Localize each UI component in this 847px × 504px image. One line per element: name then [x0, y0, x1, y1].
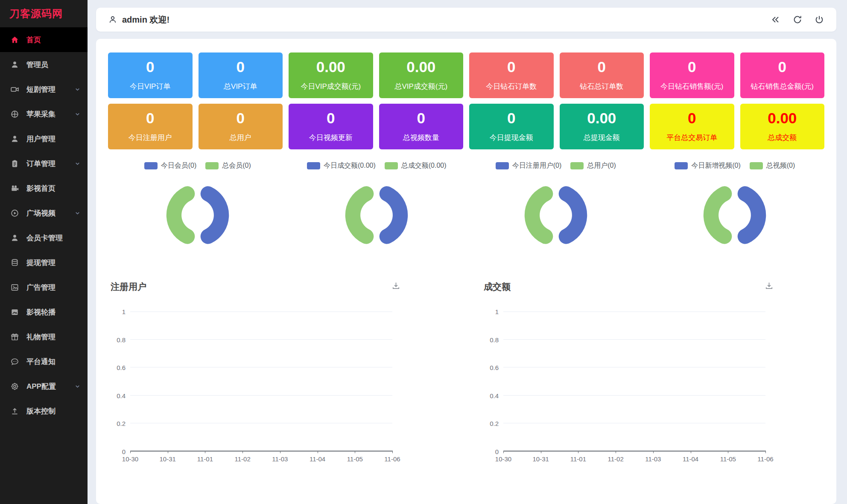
x-axis-label: 11-05 [347, 455, 363, 463]
legend-item[interactable]: 总视频(0) [750, 161, 795, 170]
chevron-down-icon [74, 86, 81, 93]
stat-value: 0 [417, 111, 425, 125]
stat-card-today-diamond-sales: 0今日钻石销售额(元) [650, 52, 734, 98]
stat-value: 0 [146, 59, 154, 74]
plot-area [130, 312, 392, 452]
legend-label: 今日会员(0) [161, 161, 197, 170]
stat-card-platform-total-orders: 0平台总交易订单 [650, 104, 734, 149]
sidebar-item-movie-carousel[interactable]: 影视轮播 [0, 300, 88, 324]
sidebar-item-label: 提现管理 [26, 258, 55, 268]
image-icon [10, 283, 19, 292]
plot-area [503, 312, 765, 452]
stat-value: 0 [688, 59, 696, 74]
sidebar-item-short-drama[interactable]: 短剧管理 [0, 77, 88, 102]
legend-item[interactable]: 总用户(0) [570, 161, 616, 170]
stat-card-today-registered-users: 0今日注册用户 [108, 104, 193, 149]
donut-chart-revenue: 今日成交额(0.00) 总成交额(0.00) [287, 161, 467, 258]
sidebar-item-platform-notice[interactable]: 平台通知 [0, 349, 88, 374]
stat-label: 平台总交易订单 [666, 133, 717, 143]
movie-camera-icon [10, 184, 19, 193]
legend-swatch [570, 162, 584, 169]
stat-label: 今日VIP订单 [130, 82, 170, 91]
stat-label: 今日钻石销售额(元) [660, 82, 723, 91]
x-axis-label: 11-04 [683, 455, 698, 463]
legend-item[interactable]: 今日成交额(0.00) [307, 161, 376, 170]
download-icon[interactable] [391, 281, 401, 291]
sidebar-item-gift-mgmt[interactable]: 礼物管理 [0, 324, 88, 349]
legend-item[interactable]: 今日新增视频(0) [675, 161, 741, 170]
download-icon[interactable] [764, 281, 774, 291]
donut-chart [157, 174, 239, 258]
x-axis-label: 11-02 [235, 455, 251, 463]
legend-item[interactable]: 今日会员(0) [144, 161, 197, 170]
stat-card-total-videos: 0总视频数量 [379, 104, 464, 149]
header-actions [771, 15, 824, 25]
sidebar-item-apple-collect[interactable]: 苹果采集 [0, 102, 88, 126]
sidebar-item-label: 短剧管理 [26, 84, 55, 94]
y-axis-label: 0 [122, 448, 126, 455]
legend-swatch [385, 162, 398, 169]
stat-label: 总视频数量 [403, 133, 439, 143]
chevron-down-icon [74, 210, 81, 216]
legend-swatch [144, 162, 158, 169]
sidebar-item-label: 影视首页 [26, 184, 55, 193]
x-axis-label: 11-06 [384, 455, 400, 463]
sidebar-item-movie-home[interactable]: 影视首页 [0, 176, 88, 201]
chart-header: 成交额 [484, 281, 822, 293]
sidebar-item-label: 首页 [26, 35, 41, 45]
x-axis-labels: 10-3010-3111-0111-0211-0311-0411-0511-06 [503, 452, 765, 465]
y-axis-label: 1 [495, 308, 499, 315]
gear-icon [10, 382, 19, 391]
sidebar-item-app-config[interactable]: APP配置 [0, 374, 88, 399]
stat-label: 钻石销售总金额(元) [751, 82, 814, 91]
gridline [130, 339, 392, 340]
donut-chart [515, 174, 597, 258]
power-icon[interactable] [814, 15, 824, 25]
sidebar-item-square-video[interactable]: 广场视频 [0, 201, 88, 225]
stat-label: 今日VIP成交额(元) [301, 82, 361, 91]
y-axis-label: 0.8 [117, 336, 126, 343]
stat-label: 总VIP订单 [224, 82, 257, 91]
donut-chart-svg [157, 174, 239, 256]
sidebar-item-member-card[interactable]: 会员卡管理 [0, 225, 88, 250]
stat-value: 0 [146, 111, 154, 125]
gridline [503, 312, 765, 312]
legend-item[interactable]: 总会员(0) [205, 161, 251, 170]
stat-value: 0 [507, 59, 515, 74]
sidebar-item-user-mgmt[interactable]: 用户管理 [0, 126, 88, 151]
stat-card-today-diamond-orders: 0今日钻石订单数 [469, 52, 554, 98]
stat-label: 总提现金额 [584, 133, 620, 143]
legend-item[interactable]: 今日注册用户(0) [496, 161, 562, 170]
x-axis-label: 10-30 [122, 455, 138, 463]
sidebar-item-label: 礼物管理 [26, 332, 55, 342]
legend: 今日成交额(0.00) 总成交额(0.00) [307, 161, 447, 170]
legend-swatch [675, 162, 688, 169]
collapse-sidebar-icon[interactable] [771, 15, 781, 25]
sidebar-item-admin[interactable]: 管理员 [0, 52, 88, 77]
x-axis-tick [392, 451, 393, 453]
y-axis-label: 0.4 [117, 392, 126, 399]
x-axis-label: 11-01 [197, 455, 213, 463]
legend-swatch [307, 162, 320, 169]
sidebar-item-withdraw-mgmt[interactable]: 提现管理 [0, 250, 88, 275]
sidebar-item-label: 会员卡管理 [26, 233, 63, 243]
sidebar-item-version-control[interactable]: 版本控制 [0, 399, 88, 423]
y-axis-label: 0.8 [490, 336, 499, 343]
legend-item[interactable]: 总成交额(0.00) [385, 161, 447, 170]
sidebar-item-label: 管理员 [26, 60, 48, 70]
y-axis-label: 1 [122, 308, 126, 315]
donut-chart-registered-users: 今日注册用户(0) 总用户(0) [466, 161, 645, 258]
chat-icon [10, 357, 19, 366]
donut-chart-svg [515, 174, 597, 256]
y-axis-label: 0.6 [490, 364, 499, 371]
sidebar: 刀客源码网 首页 管理员 短剧管理 苹果采集 用户管理 订单管理 [0, 0, 88, 504]
database-icon [10, 258, 19, 267]
user-icon [108, 15, 117, 24]
sidebar-item-label: APP配置 [26, 382, 56, 391]
x-axis-label: 10-30 [495, 455, 511, 463]
sidebar-item-ad-mgmt[interactable]: 广告管理 [0, 275, 88, 300]
refresh-icon[interactable] [792, 15, 803, 25]
sidebar-item-order-mgmt[interactable]: 订单管理 [0, 151, 88, 176]
sidebar-item-home[interactable]: 首页 [0, 27, 88, 52]
legend: 今日注册用户(0) 总用户(0) [496, 161, 616, 170]
